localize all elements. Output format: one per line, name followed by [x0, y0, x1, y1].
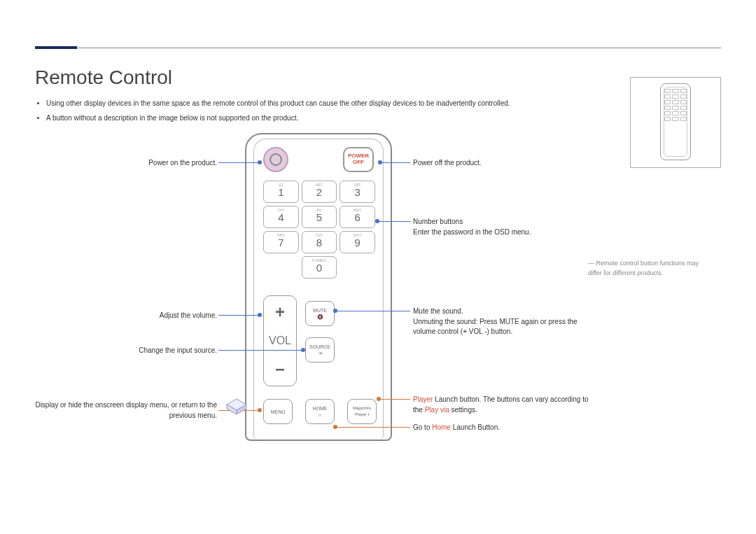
mute-label: MUTE — [313, 308, 327, 313]
home-t1: Go to — [413, 423, 432, 431]
magic-l2: Player I — [355, 412, 369, 417]
leader-mute — [336, 311, 410, 311]
source-button[interactable]: SOURCE ⇥ — [305, 337, 335, 363]
callout-mute: Mute the sound. Unmuting the sound: Pres… — [413, 307, 595, 337]
warning-bullets: Using other display devices in the same … — [46, 97, 721, 124]
magic-l1: MagicInfo — [353, 406, 371, 411]
leader-home — [336, 427, 410, 428]
header-accent — [35, 46, 77, 49]
home-button[interactable]: HOME ⌂ — [305, 399, 335, 424]
bullet-1: Using other display devices in the same … — [46, 97, 721, 109]
numbers-title: Number buttons — [413, 218, 463, 225]
leader-source — [218, 350, 301, 351]
leader-numbers — [378, 221, 410, 222]
thumbnail-grid — [664, 89, 687, 121]
menu-label: MENU — [271, 409, 286, 414]
callout-power-off: Power off the product. — [413, 158, 595, 169]
playvia-kw: Play via — [425, 406, 449, 414]
home-icon: ⌂ — [318, 412, 321, 417]
leader-player — [379, 399, 410, 400]
mute-key: MUTE — [499, 318, 519, 325]
dot-power-on — [258, 160, 262, 164]
leader-power-off — [381, 162, 410, 163]
numbers-body: Enter the password in the OSD menu. — [413, 228, 531, 236]
player-t4: settings. — [449, 406, 477, 414]
vol-minus-icon: − — [275, 360, 285, 379]
key-1[interactable]: QZ1 — [263, 181, 299, 203]
page-title: Remote Control — [35, 66, 721, 89]
callout-numbers: Number buttons Enter the password in the… — [413, 217, 595, 237]
key-0[interactable]: SYMBOL0 — [302, 256, 337, 279]
key-9[interactable]: WXY9 — [340, 231, 375, 253]
thumbnail-frame — [630, 77, 721, 168]
callout-menu: Display or hide the onscreen display men… — [35, 400, 217, 421]
callout-player: Player Launch button. The buttons can va… — [413, 395, 595, 415]
decor-cube-icon — [224, 398, 249, 416]
dot-home — [333, 425, 337, 429]
mute-icon: 🔇 — [317, 314, 323, 320]
volume-rocker[interactable]: + VOL − — [263, 295, 297, 386]
key-8[interactable]: TUV8 — [302, 231, 337, 253]
key-7[interactable]: PRS7 — [263, 231, 299, 253]
home-label: HOME — [313, 406, 328, 411]
mute-title: Mute the sound. — [413, 307, 463, 315]
home-kw: Home — [432, 423, 451, 431]
menu-button[interactable]: MENU — [263, 399, 293, 424]
player-kw: Player — [413, 395, 433, 403]
key-5[interactable]: JKL5 — [302, 206, 337, 228]
leader-power-on — [218, 162, 258, 163]
power-off-button[interactable]: POWER OFF — [343, 147, 374, 172]
dot-mute — [333, 309, 337, 313]
dot-power-off — [378, 160, 382, 164]
callout-volume: Adjust the volume. — [35, 311, 217, 321]
callout-power-on: Power on the product. — [35, 158, 217, 169]
poweroff-l2: OFF — [353, 160, 364, 166]
callout-home: Go to Home Launch Button. — [413, 423, 595, 433]
magicinfo-button[interactable]: MagicInfo Player I — [347, 399, 377, 424]
key-4[interactable]: GHI4 — [263, 206, 299, 228]
remote-diagram: Power on the product. Adjust the volume.… — [35, 133, 609, 455]
leader-volume — [218, 315, 258, 316]
key-3[interactable]: DEF3 — [340, 181, 375, 203]
number-pad: QZ1 ABC2 DEF3 GHI4 JKL5 MNO6 PRS7 TUV8 W… — [263, 181, 375, 279]
mute-body1: Unmuting the sound: Press — [413, 318, 499, 325]
source-label: SOURCE — [309, 344, 330, 349]
dot-menu — [258, 408, 262, 412]
power-button[interactable] — [263, 147, 288, 172]
header-rule — [35, 48, 721, 48]
vol-plus-icon: + — [275, 302, 285, 322]
dot-numbers — [375, 219, 379, 223]
dot-source — [301, 348, 305, 352]
callout-source: Change the input source. — [35, 346, 217, 356]
home-t3: Launch Button. — [451, 423, 500, 431]
key-2[interactable]: ABC2 — [302, 181, 337, 203]
source-icon: ⇥ — [318, 351, 322, 356]
key-6[interactable]: MNO6 — [340, 206, 375, 228]
mute-button[interactable]: MUTE 🔇 — [305, 301, 335, 326]
vol-label: VOL — [269, 335, 291, 347]
dot-volume — [258, 313, 262, 317]
bullet-2: A button without a description in the im… — [46, 112, 721, 124]
dot-player — [377, 397, 381, 401]
remote-body: POWER OFF QZ1 ABC2 DEF3 GHI4 JKL5 MNO6 P… — [245, 133, 392, 441]
